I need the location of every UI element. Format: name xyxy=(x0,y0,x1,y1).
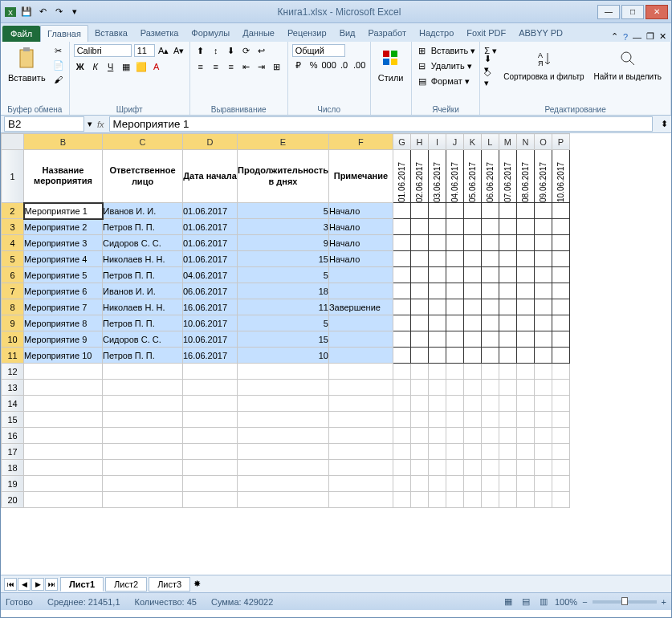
cell-C6[interactable]: Петров П. П. xyxy=(103,267,183,283)
cell-G11[interactable] xyxy=(393,348,410,364)
sheet-nav-first-icon[interactable]: ⏮ xyxy=(4,578,17,591)
date-header-cell[interactable]: 07.06.2017 xyxy=(499,150,516,203)
cell-M18[interactable] xyxy=(499,460,516,476)
cell-H12[interactable] xyxy=(410,364,428,380)
cell-L20[interactable] xyxy=(481,492,499,508)
minimize-ribbon-icon[interactable]: ⌃ xyxy=(611,31,618,42)
align-bottom-icon[interactable]: ⬇ xyxy=(225,44,238,57)
cell-P2[interactable] xyxy=(552,203,569,219)
cell-M8[interactable] xyxy=(499,299,516,315)
styles-button[interactable]: Стили xyxy=(375,44,407,84)
cell-P12[interactable] xyxy=(552,364,569,380)
ribbon-tab-2[interactable]: Разметка xyxy=(134,25,185,42)
cell-M10[interactable] xyxy=(499,331,516,348)
cell-M9[interactable] xyxy=(499,315,516,331)
cell-F18[interactable] xyxy=(328,460,393,476)
cell-I16[interactable] xyxy=(428,428,446,444)
find-select-button[interactable]: Найти и выделить xyxy=(591,44,665,83)
cell-G15[interactable] xyxy=(393,412,410,428)
cell-D19[interactable] xyxy=(183,476,238,492)
cell-D17[interactable] xyxy=(183,444,238,460)
cell-O5[interactable] xyxy=(534,251,552,267)
cell-H9[interactable] xyxy=(410,315,428,331)
doc-minimize-icon[interactable]: — xyxy=(633,32,641,42)
align-left-icon[interactable]: ≡ xyxy=(194,60,207,73)
cell-B18[interactable] xyxy=(24,460,103,476)
cell-M4[interactable] xyxy=(499,235,516,251)
cell-I13[interactable] xyxy=(428,380,446,396)
cell-P4[interactable] xyxy=(552,235,569,251)
doc-close-icon[interactable]: ✕ xyxy=(659,31,666,42)
cell-N8[interactable] xyxy=(516,299,534,315)
cell-N17[interactable] xyxy=(516,444,534,460)
cell-G20[interactable] xyxy=(393,492,410,508)
cell-C14[interactable] xyxy=(103,396,183,412)
cell-E13[interactable] xyxy=(238,380,329,396)
cell-N10[interactable] xyxy=(516,331,534,348)
cell-H4[interactable] xyxy=(410,235,428,251)
cell-I7[interactable] xyxy=(428,283,446,299)
row-header-18[interactable]: 18 xyxy=(2,460,24,476)
ribbon-tab-6[interactable]: Вид xyxy=(333,25,362,42)
save-icon[interactable]: 💾 xyxy=(20,6,33,18)
cell-I8[interactable] xyxy=(428,299,446,315)
cell-M13[interactable] xyxy=(499,380,516,396)
cell-L4[interactable] xyxy=(481,235,499,251)
cell-N13[interactable] xyxy=(516,380,534,396)
column-header-J[interactable]: J xyxy=(446,134,463,150)
column-header-I[interactable]: I xyxy=(428,134,446,150)
cell-F15[interactable] xyxy=(328,412,393,428)
paste-button[interactable]: Вставить xyxy=(5,44,49,84)
cell-B11[interactable]: Мероприятие 10 xyxy=(24,348,103,364)
select-all-corner[interactable] xyxy=(2,134,24,150)
sheet-tab-2[interactable]: Лист3 xyxy=(149,577,190,592)
close-button[interactable]: ✕ xyxy=(646,5,668,19)
cell-C17[interactable] xyxy=(103,444,183,460)
cell-O13[interactable] xyxy=(534,380,552,396)
ribbon-tab-10[interactable]: ABBYY PD xyxy=(512,25,569,42)
insert-label[interactable]: Вставить xyxy=(431,46,469,55)
column-header-N[interactable]: N xyxy=(516,134,534,150)
cell-L3[interactable] xyxy=(481,219,499,235)
cell-C7[interactable]: Иванов И. И. xyxy=(103,283,183,299)
file-tab[interactable]: Файл xyxy=(2,26,40,42)
cell-H11[interactable] xyxy=(410,348,428,364)
cell-F10[interactable] xyxy=(328,331,393,348)
cell-M3[interactable] xyxy=(499,219,516,235)
cell-M5[interactable] xyxy=(499,251,516,267)
cell-C5[interactable]: Николаев Н. Н. xyxy=(103,251,183,267)
cell-B4[interactable]: Мероприятие 3 xyxy=(24,235,103,251)
cell-C13[interactable] xyxy=(103,380,183,396)
cell-C16[interactable] xyxy=(103,428,183,444)
cell-L13[interactable] xyxy=(481,380,499,396)
cell-G12[interactable] xyxy=(393,364,410,380)
formula-expand-icon[interactable]: ⬍ xyxy=(658,119,671,129)
cell-F8[interactable]: Завершение xyxy=(328,299,393,315)
cell-C12[interactable] xyxy=(103,364,183,380)
cell-E8[interactable]: 11 xyxy=(238,299,329,315)
date-header-cell[interactable]: 02.06.2017 xyxy=(410,150,428,203)
cell-K17[interactable] xyxy=(463,444,481,460)
cell-J11[interactable] xyxy=(446,348,463,364)
cell-C11[interactable]: Петров П. П. xyxy=(103,348,183,364)
cell-O2[interactable] xyxy=(534,203,552,219)
cell-D18[interactable] xyxy=(183,460,238,476)
cell-O19[interactable] xyxy=(534,476,552,492)
cell-O6[interactable] xyxy=(534,267,552,283)
cell-P16[interactable] xyxy=(552,428,569,444)
cell-B19[interactable] xyxy=(24,476,103,492)
cell-L19[interactable] xyxy=(481,476,499,492)
cell-M7[interactable] xyxy=(499,283,516,299)
cell-D12[interactable] xyxy=(183,364,238,380)
cell-P19[interactable] xyxy=(552,476,569,492)
cell-C10[interactable]: Сидоров С. С. xyxy=(103,331,183,348)
cell-C19[interactable] xyxy=(103,476,183,492)
cell-L16[interactable] xyxy=(481,428,499,444)
doc-restore-icon[interactable]: ❐ xyxy=(646,31,654,42)
cell-P17[interactable] xyxy=(552,444,569,460)
cell-L9[interactable] xyxy=(481,315,499,331)
cell-O10[interactable] xyxy=(534,331,552,348)
cell-G18[interactable] xyxy=(393,460,410,476)
cell-D3[interactable]: 01.06.2017 xyxy=(183,219,238,235)
cell-B8[interactable]: Мероприятие 7 xyxy=(24,299,103,315)
